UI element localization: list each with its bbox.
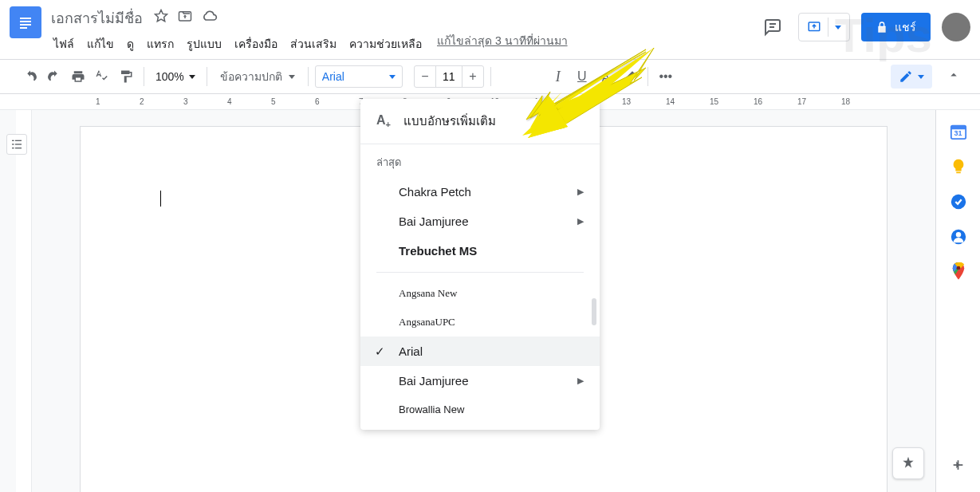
left-gutter [0, 110, 32, 492]
svg-rect-1 [20, 21, 31, 22]
toolbar: 100% ข้อความปกติ Arial − + I U A ••• [0, 59, 980, 94]
svg-rect-2 [20, 24, 31, 26]
font-name: Angsana New [399, 287, 457, 300]
menu-view[interactable]: ดู [121, 32, 140, 56]
spellcheck-button[interactable] [91, 65, 113, 88]
menu-tools[interactable]: เครื่องมือ [229, 32, 283, 56]
calendar-app-icon[interactable]: 31 [950, 123, 967, 140]
submenu-arrow-icon: ▶ [577, 216, 584, 226]
scrollbar-thumb[interactable] [592, 298, 596, 325]
underline-button[interactable]: U [571, 65, 593, 88]
share-label: แชร์ [895, 18, 916, 36]
font-picker[interactable]: Arial [315, 65, 403, 88]
vertical-ruler[interactable] [16, 110, 32, 492]
menu-insert[interactable]: แทรก [141, 32, 179, 56]
svg-rect-9 [15, 140, 22, 141]
font-name: AngsanaUPC [399, 316, 455, 329]
comment-history-icon[interactable] [758, 13, 787, 41]
add-font-icon: A+ [376, 113, 391, 129]
ruler-tick: 16 [754, 97, 762, 106]
pencil-icon [899, 69, 913, 84]
more-tools-button[interactable]: ••• [655, 65, 677, 88]
font-item[interactable]: ✓Arial [360, 337, 600, 366]
ruler-tick: 15 [710, 97, 718, 106]
svg-rect-11 [15, 144, 22, 144]
undo-button[interactable] [19, 65, 41, 88]
ruler-tick: 3 [183, 97, 188, 106]
docs-file-icon [17, 11, 34, 33]
move-icon[interactable] [178, 9, 192, 26]
present-button[interactable] [798, 13, 850, 41]
decrease-font-button[interactable]: − [415, 69, 435, 84]
increase-font-button[interactable]: + [462, 69, 483, 84]
font-name: Bai Jamjuree [399, 374, 469, 388]
lock-icon [876, 21, 888, 33]
present-dropdown-icon[interactable] [828, 14, 848, 41]
ruler-tick: 5 [271, 97, 276, 106]
ruler-tick: 4 [227, 97, 232, 106]
font-item-recent[interactable]: Trebuchet MS [360, 236, 600, 266]
font-item-recent[interactable]: Bai Jamjuree▶ [360, 207, 600, 236]
editing-mode-button[interactable] [891, 65, 932, 89]
last-edit-link[interactable]: แก้ไขล่าสุด 3 นาทีที่ผ่านมา [437, 32, 568, 56]
submenu-arrow-icon: ▶ [577, 376, 584, 386]
font-item[interactable]: Bai Jamjuree▶ [360, 366, 600, 396]
submenu-arrow-icon: ▶ [577, 187, 584, 197]
share-button[interactable]: แชร์ [861, 13, 931, 41]
font-size-input[interactable] [435, 66, 462, 87]
menu-help[interactable]: ความช่วยเหลือ [344, 32, 427, 56]
menu-edit[interactable]: แก้ไข [81, 32, 120, 56]
font-dropdown: A+ แบบอักษรเพิ่มเติม ล่าสุด Chakra Petch… [360, 99, 600, 430]
check-icon: ✓ [375, 344, 385, 359]
menu-bar: ไฟล์ แก้ไข ดู แทรก รูปแบบ เครื่องมือ ส่ว… [48, 32, 758, 59]
italic-button[interactable]: I [547, 65, 569, 88]
font-size-group: − + [414, 65, 484, 88]
expand-sidebar-button[interactable] [950, 457, 966, 476]
svg-rect-0 [20, 18, 31, 19]
redo-button[interactable] [43, 65, 65, 88]
format-paint-button[interactable] [115, 65, 137, 88]
star-icon[interactable] [154, 9, 168, 26]
svg-rect-12 [12, 148, 14, 148]
text-cursor [160, 191, 161, 207]
font-name: Chakra Petch [399, 185, 471, 199]
menu-addons[interactable]: ส่วนเสริม [285, 32, 342, 56]
menu-file[interactable]: ไฟล์ [48, 32, 80, 56]
cloud-status-icon[interactable] [202, 9, 218, 26]
ruler-tick: 14 [666, 97, 675, 106]
account-avatar[interactable] [942, 13, 970, 41]
text-color-button[interactable]: A [595, 65, 617, 88]
font-item[interactable]: AngsanaUPC [360, 308, 600, 337]
explore-button[interactable] [892, 447, 924, 479]
font-name: Trebuchet MS [399, 244, 477, 258]
more-fonts-button[interactable]: A+ แบบอักษรเพิ่มเติม [360, 99, 600, 144]
svg-rect-10 [12, 144, 14, 144]
font-item[interactable]: Angsana New [360, 279, 600, 308]
ruler-tick: 18 [841, 97, 850, 106]
svg-point-20 [956, 266, 960, 270]
tasks-app-icon[interactable] [950, 193, 967, 211]
ruler-tick: 6 [315, 97, 320, 106]
highlight-button[interactable] [619, 65, 641, 88]
maps-app-icon[interactable] [950, 263, 967, 281]
print-button[interactable] [67, 65, 89, 88]
ruler-tick: 13 [622, 97, 631, 106]
paragraph-style-picker[interactable]: ข้อความปกติ [214, 68, 301, 85]
docs-logo[interactable] [10, 6, 41, 38]
ruler-tick: 2 [140, 97, 144, 106]
menu-format[interactable]: รูปแบบ [181, 32, 227, 56]
font-name: Bai Jamjuree [399, 215, 469, 228]
document-title[interactable]: เอกสารไม่มีชื่อ [48, 6, 146, 30]
keep-app-icon[interactable] [950, 158, 967, 175]
font-name: Arial [399, 344, 423, 358]
font-item[interactable]: Browallia New [360, 396, 600, 423]
document-outline-button[interactable] [6, 134, 27, 155]
contacts-app-icon[interactable] [950, 228, 967, 246]
ruler-tick: 17 [797, 97, 806, 106]
svg-rect-13 [15, 148, 22, 148]
ruler-tick: 1 [96, 97, 100, 106]
font-item-recent[interactable]: Chakra Petch▶ [360, 177, 600, 207]
collapse-toolbar-button[interactable] [947, 68, 961, 85]
side-panel: 31 + [935, 110, 980, 492]
zoom-picker[interactable]: 100% [151, 70, 200, 83]
